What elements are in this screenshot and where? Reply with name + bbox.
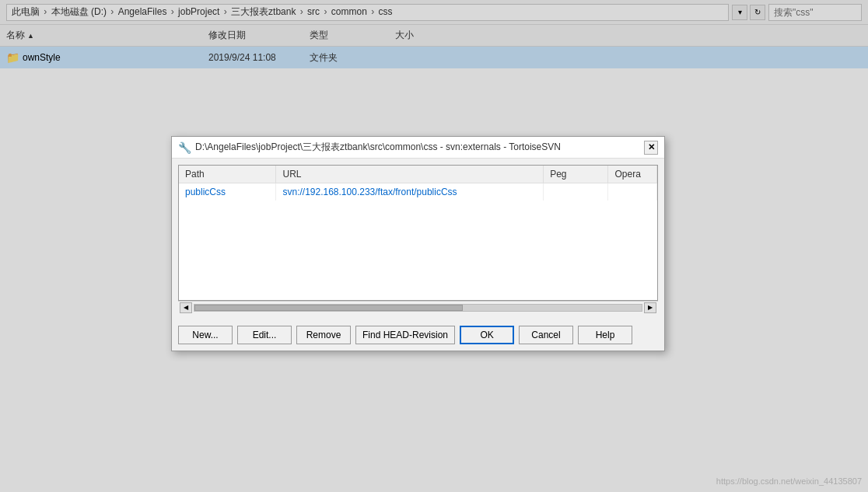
scroll-track[interactable] — [194, 304, 642, 312]
horizontal-scrollbar[interactable]: ◀ ▶ — [178, 301, 658, 313]
svn-table-container: Path URL Peg Opera publicCss svn://192.1… — [178, 165, 658, 301]
opera-cell — [608, 183, 657, 201]
peg-cell — [544, 183, 608, 201]
cancel-button[interactable]: Cancel — [519, 326, 573, 344]
dialog-close-button[interactable]: ✕ — [644, 141, 658, 155]
url-cell: svn://192.168.100.233/ftax/front/publicC… — [276, 183, 544, 201]
help-button[interactable]: Help — [578, 326, 632, 344]
col-header-path: Path — [179, 166, 276, 183]
find-head-button[interactable]: Find HEAD-Revision — [355, 326, 455, 344]
col-header-opera: Opera — [608, 166, 657, 183]
watermark: https://blog.csdn.net/weixin_44135807 — [716, 476, 862, 486]
new-button[interactable]: New... — [178, 326, 233, 344]
dialog-buttons: New... Edit... Remove Find HEAD-Revision… — [172, 319, 664, 351]
col-header-peg: Peg — [544, 166, 608, 183]
ok-button[interactable]: OK — [460, 326, 514, 344]
edit-button[interactable]: Edit... — [237, 326, 292, 344]
scroll-left-btn[interactable]: ◀ — [180, 302, 192, 313]
dialog-overlay: 🔧 D:\AngelaFiles\jobProject\三大报表ztbank\s… — [0, 0, 868, 492]
svn-externals-dialog: 🔧 D:\AngelaFiles\jobProject\三大报表ztbank\s… — [171, 136, 665, 351]
scroll-thumb — [194, 305, 463, 311]
dialog-title-icon: 🔧 — [178, 141, 191, 154]
table-row[interactable]: publicCss svn://192.168.100.233/ftax/fro… — [179, 183, 657, 201]
remove-button[interactable]: Remove — [296, 326, 351, 344]
scroll-right-btn[interactable]: ▶ — [644, 302, 656, 313]
svn-table: Path URL Peg Opera publicCss svn://192.1… — [179, 166, 657, 201]
col-header-url: URL — [276, 166, 544, 183]
dialog-body: Path URL Peg Opera publicCss svn://192.1… — [172, 159, 664, 319]
dialog-titlebar: 🔧 D:\AngelaFiles\jobProject\三大报表ztbank\s… — [172, 137, 664, 159]
dialog-title-text: D:\AngelaFiles\jobProject\三大报表ztbank\src… — [195, 141, 639, 154]
path-cell: publicCss — [179, 183, 276, 201]
